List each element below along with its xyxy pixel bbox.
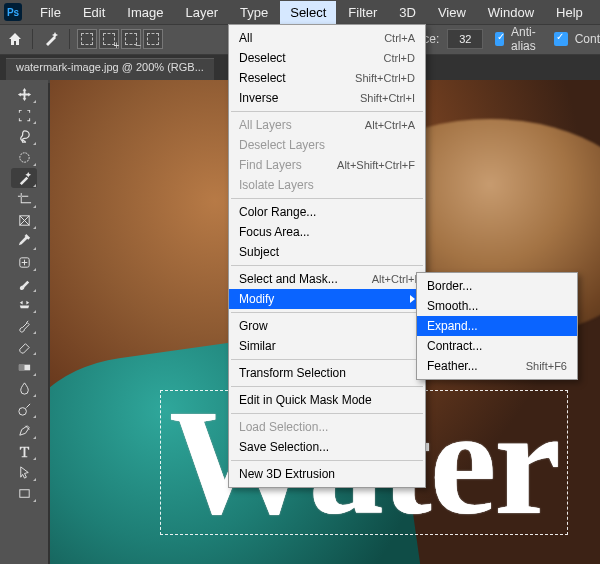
frame-tool[interactable]: [11, 210, 37, 230]
blur-tool[interactable]: [11, 378, 37, 398]
modify-smooth[interactable]: Smooth...: [417, 296, 577, 316]
submenu-arrow-icon: [410, 295, 415, 303]
select-modify[interactable]: Modify: [229, 289, 425, 309]
modify-border[interactable]: Border...: [417, 276, 577, 296]
pen-tool[interactable]: [11, 420, 37, 440]
menu-sep: [231, 386, 423, 387]
history-brush-tool[interactable]: [11, 315, 37, 335]
svg-point-0: [19, 152, 28, 161]
app-logo: Ps: [4, 3, 22, 21]
menu-layer[interactable]: Layer: [176, 1, 229, 24]
brush-tool[interactable]: [11, 273, 37, 293]
select-deselect-layers: Deselect Layers: [229, 135, 425, 155]
rectangle-tool[interactable]: [11, 483, 37, 503]
eyedropper-tool[interactable]: [11, 231, 37, 251]
select-all[interactable]: All Ctrl+A: [229, 28, 425, 48]
select-save-selection[interactable]: Save Selection...: [229, 437, 425, 457]
select-focus-area[interactable]: Focus Area...: [229, 222, 425, 242]
contiguous-label: Cont: [575, 32, 600, 46]
divider: [32, 29, 33, 49]
current-tool-icon[interactable]: [41, 27, 61, 51]
modify-submenu: Border... Smooth... Expand... Contract..…: [416, 272, 578, 380]
anti-alias-checkbox[interactable]: Anti-alias: [491, 25, 541, 53]
clone-stamp-tool[interactable]: [11, 294, 37, 314]
sel-mode-new[interactable]: [77, 29, 97, 49]
menu-help[interactable]: Help: [546, 1, 593, 24]
menubar: Ps File Edit Image Layer Type Select Fil…: [0, 0, 600, 25]
select-subject[interactable]: Subject: [229, 242, 425, 262]
tolerance-input[interactable]: [447, 29, 483, 49]
menu-3d[interactable]: 3D: [389, 1, 426, 24]
menu-sep: [231, 312, 423, 313]
move-tool[interactable]: [11, 84, 37, 104]
divider: [69, 29, 70, 49]
menu-sep: [231, 413, 423, 414]
select-new-3d-extrusion[interactable]: New 3D Extrusion: [229, 464, 425, 484]
svg-rect-6: [19, 489, 28, 497]
modify-feather[interactable]: Feather... Shift+F6: [417, 356, 577, 376]
menu-edit[interactable]: Edit: [73, 1, 115, 24]
select-isolate-layers: Isolate Layers: [229, 175, 425, 195]
select-menu-dropdown: All Ctrl+A Deselect Ctrl+D Reselect Shif…: [228, 24, 426, 488]
selection-mode-group: [77, 29, 163, 49]
sel-mode-intersect[interactable]: [143, 29, 163, 49]
menu-file[interactable]: File: [30, 1, 71, 24]
select-find-layers: Find Layers Alt+Shift+Ctrl+F: [229, 155, 425, 175]
menu-sep: [231, 111, 423, 112]
eraser-tool[interactable]: [11, 336, 37, 356]
contiguous-checkbox[interactable]: Cont: [550, 29, 600, 49]
menu-sep: [231, 460, 423, 461]
modify-expand[interactable]: Expand...: [417, 316, 577, 336]
menu-filter[interactable]: Filter: [338, 1, 387, 24]
sel-mode-add[interactable]: [99, 29, 119, 49]
svg-rect-4: [18, 364, 24, 370]
select-inverse[interactable]: Inverse Shift+Ctrl+I: [229, 88, 425, 108]
menu-select[interactable]: Select: [280, 1, 336, 24]
select-color-range[interactable]: Color Range...: [229, 202, 425, 222]
select-load-selection: Load Selection...: [229, 417, 425, 437]
select-deselect[interactable]: Deselect Ctrl+D: [229, 48, 425, 68]
select-grow[interactable]: Grow: [229, 316, 425, 336]
menu-sep: [231, 359, 423, 360]
select-reselect[interactable]: Reselect Shift+Ctrl+D: [229, 68, 425, 88]
modify-contract[interactable]: Contract...: [417, 336, 577, 356]
menu-type[interactable]: Type: [230, 1, 278, 24]
menu-window[interactable]: Window: [478, 1, 544, 24]
type-tool[interactable]: [11, 441, 37, 461]
select-and-mask[interactable]: Select and Mask... Alt+Ctrl+R: [229, 269, 425, 289]
contiguous-box[interactable]: [554, 32, 568, 46]
menu-view[interactable]: View: [428, 1, 476, 24]
svg-point-5: [18, 407, 26, 415]
lasso-tool[interactable]: [11, 126, 37, 146]
dodge-tool[interactable]: [11, 399, 37, 419]
anti-alias-box[interactable]: [495, 32, 504, 46]
menu-sep: [231, 265, 423, 266]
gradient-tool[interactable]: [11, 357, 37, 377]
magic-wand-tool[interactable]: [11, 168, 37, 188]
sel-mode-subtract[interactable]: [121, 29, 141, 49]
crop-tool[interactable]: [11, 189, 37, 209]
home-button[interactable]: [6, 27, 24, 51]
menu-image[interactable]: Image: [117, 1, 173, 24]
path-select-tool[interactable]: [11, 462, 37, 482]
healing-brush-tool[interactable]: [11, 252, 37, 272]
marquee-tool[interactable]: [11, 105, 37, 125]
select-similar[interactable]: Similar: [229, 336, 425, 356]
select-edit-quick-mask[interactable]: Edit in Quick Mask Mode: [229, 390, 425, 410]
select-transform-selection[interactable]: Transform Selection: [229, 363, 425, 383]
quick-select-tool[interactable]: [11, 147, 37, 167]
select-all-layers: All Layers Alt+Ctrl+A: [229, 115, 425, 135]
tools-panel: [0, 80, 48, 564]
anti-alias-label: Anti-alias: [511, 25, 542, 53]
menu-sep: [231, 198, 423, 199]
